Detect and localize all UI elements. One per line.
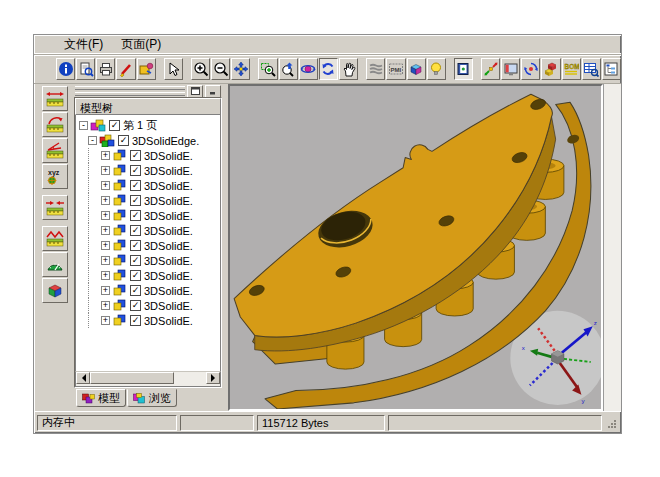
expand-icon[interactable]: + <box>101 226 110 235</box>
expand-icon[interactable]: + <box>101 241 110 250</box>
expand-icon[interactable]: + <box>101 301 110 310</box>
tree-guide <box>88 148 101 163</box>
expand-icon[interactable]: + <box>101 271 110 280</box>
measure-curve-button[interactable] <box>42 226 68 251</box>
hand-button[interactable] <box>339 58 358 80</box>
assembly-icon <box>99 134 115 147</box>
report-button[interactable] <box>454 58 473 80</box>
zoom-in-button[interactable] <box>191 58 210 80</box>
measure-angle-button[interactable] <box>42 138 68 163</box>
zoom-out-button[interactable] <box>211 58 230 80</box>
tree-item-part[interactable]: + ✓ 3DSolidE. <box>79 148 220 163</box>
visibility-checkbox[interactable]: ✓ <box>130 315 141 326</box>
float-panel-button[interactable] <box>187 85 203 98</box>
visibility-checkbox[interactable]: ✓ <box>118 135 129 146</box>
data-table-button[interactable] <box>582 58 601 80</box>
scroll-left-button[interactable] <box>76 372 90 384</box>
print-button[interactable] <box>96 58 115 80</box>
gauge-button[interactable] <box>42 252 68 277</box>
tree-item-part[interactable]: + ✓ 3DSolidE. <box>79 193 220 208</box>
visibility-checkbox[interactable]: ✓ <box>130 255 141 266</box>
axis-label-x: x <box>522 344 525 351</box>
pan-button[interactable] <box>231 58 250 80</box>
menu-file[interactable]: 文件(F) <box>56 35 111 54</box>
tree-item-page[interactable]: - ✓ 第 1 页 <box>79 118 220 133</box>
material-cube-button[interactable] <box>42 278 68 303</box>
tree-item-part[interactable]: + ✓ 3DSolidE. <box>79 163 220 178</box>
visibility-checkbox[interactable]: ✓ <box>130 225 141 236</box>
refresh-button[interactable] <box>319 58 338 80</box>
select-button[interactable] <box>164 58 183 80</box>
leftbar-gap <box>42 190 70 194</box>
visibility-checkbox[interactable]: ✓ <box>130 210 141 221</box>
expand-icon[interactable]: + <box>101 211 110 220</box>
model-tree[interactable]: - ✓ 第 1 页 - ✓ 3DSolidEdge. <box>75 115 221 371</box>
scroll-right-button[interactable] <box>206 372 220 384</box>
viewport-3d[interactable]: z y x <box>228 84 603 411</box>
visibility-checkbox[interactable]: ✓ <box>109 120 120 131</box>
panel-grip-bar[interactable] <box>74 85 222 97</box>
zoom-dynamic-button[interactable] <box>279 58 298 80</box>
expand-icon[interactable]: + <box>101 166 110 175</box>
tree-item-part[interactable]: + ✓ 3DSolidE. <box>79 178 220 193</box>
tree-item-part[interactable]: + ✓ 3DSolidE. <box>79 208 220 223</box>
visibility-checkbox[interactable]: ✓ <box>130 285 141 296</box>
visibility-checkbox[interactable]: ✓ <box>130 165 141 176</box>
expand-icon[interactable]: + <box>101 151 110 160</box>
expand-icon[interactable]: + <box>101 196 110 205</box>
tree-horizontal-scrollbar[interactable] <box>75 371 221 387</box>
zoom-window-button[interactable] <box>258 58 277 80</box>
tree-item-part[interactable]: + ✓ 3DSolidE. <box>79 298 220 313</box>
expand-icon[interactable]: + <box>101 286 110 295</box>
tab-model[interactable]: 模型 <box>76 389 126 407</box>
resize-grip[interactable] <box>605 416 618 430</box>
tree-item-part[interactable]: + ✓ 3DSolidE. <box>79 268 220 283</box>
collapse-icon[interactable]: - <box>79 121 88 130</box>
spin-button[interactable] <box>521 58 540 80</box>
rotate-button[interactable] <box>299 58 318 80</box>
expand-icon[interactable]: + <box>101 256 110 265</box>
blocks-button[interactable] <box>541 58 560 80</box>
expand-icon[interactable]: + <box>101 181 110 190</box>
scrollbar-thumb[interactable] <box>90 372 174 384</box>
visibility-checkbox[interactable]: ✓ <box>130 240 141 251</box>
visibility-checkbox[interactable]: ✓ <box>130 180 141 191</box>
tree-item-part[interactable]: + ✓ 3DSolidE. <box>79 253 220 268</box>
pmi-button[interactable]: PMI <box>386 58 405 80</box>
info-button[interactable] <box>56 58 75 80</box>
hand-icon <box>341 61 357 77</box>
tree-item-part[interactable]: + ✓ 3DSolidE. <box>79 223 220 238</box>
wireframe-button[interactable] <box>366 58 385 80</box>
print-preview-button[interactable] <box>76 58 95 80</box>
visibility-checkbox[interactable]: ✓ <box>130 300 141 311</box>
lighting-button[interactable] <box>427 58 446 80</box>
tab-browse-label: 浏览 <box>149 391 171 406</box>
visibility-checkbox[interactable]: ✓ <box>130 195 141 206</box>
bom-button[interactable]: BOM <box>562 58 581 80</box>
expand-icon[interactable]: + <box>101 316 110 325</box>
render-mode-button[interactable] <box>407 58 426 80</box>
menu-page[interactable]: 页面(P) <box>113 35 169 54</box>
tree-item-assembly[interactable]: - ✓ 3DSolidEdge. <box>88 133 220 148</box>
tab-browse[interactable]: 浏览 <box>127 389 177 407</box>
toolbar-separator <box>251 58 257 80</box>
explode-button[interactable] <box>481 58 500 80</box>
measure-length-button[interactable] <box>42 86 68 111</box>
redline-button[interactable] <box>116 58 135 80</box>
tree-item-part[interactable]: + ✓ 3DSolidE. <box>79 283 220 298</box>
tree-item-part[interactable]: + ✓ 3DSolidE. <box>79 238 220 253</box>
visibility-checkbox[interactable]: ✓ <box>130 270 141 281</box>
coordinate-xyz-button[interactable]: xyz <box>42 164 68 189</box>
visibility-checkbox[interactable]: ✓ <box>130 150 141 161</box>
tree-item-part[interactable]: + ✓ 3DSolidE. <box>79 313 220 328</box>
status-bytes: 115712 Bytes <box>257 415 385 431</box>
collapse-panel-button[interactable] <box>205 85 221 98</box>
scrollbar-track[interactable] <box>90 372 206 386</box>
collapse-icon[interactable]: - <box>88 136 97 145</box>
presentation-button[interactable] <box>501 58 520 80</box>
tree-item-label: 3DSolidE. <box>144 165 193 177</box>
structure-tree-button[interactable] <box>602 58 621 80</box>
export-button[interactable] <box>137 58 156 80</box>
measure-radius-button[interactable] <box>42 112 68 137</box>
measure-distance-button[interactable] <box>42 195 68 220</box>
